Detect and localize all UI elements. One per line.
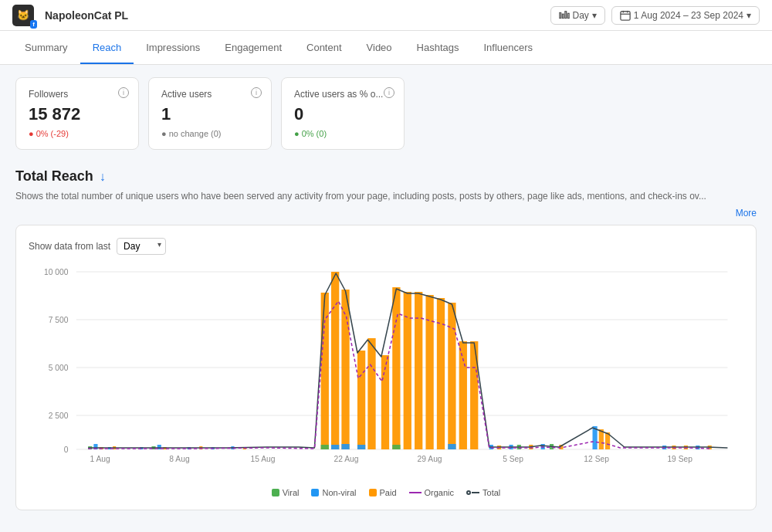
legend-non-viral: Non-viral [311, 488, 356, 497]
svg-rect-3 [567, 13, 569, 18]
header: 🐱 f NapoleonCat PL Day ▾ 1 Aug 2024 – 23… [0, 0, 772, 31]
granularity-button[interactable]: Day ▾ [550, 6, 605, 25]
svg-text:7 500: 7 500 [49, 316, 69, 324]
active-users-info-icon[interactable]: i [251, 87, 262, 98]
svg-rect-43 [331, 445, 339, 449]
followers-label: Followers [29, 89, 126, 100]
active-users-pct-change-icon: ● [294, 129, 300, 138]
nav-tabs: Summary Reach Impressions Engagement Con… [0, 31, 772, 65]
chart-legend: Viral Non-viral Paid Organic Total [29, 480, 743, 497]
tab-hashtags[interactable]: Hashtags [405, 31, 472, 64]
active-users-value: 1 [161, 104, 259, 124]
more-link[interactable]: More [15, 208, 757, 219]
legend-viral-label: Viral [283, 488, 300, 497]
svg-text:10 000: 10 000 [44, 268, 69, 276]
granularity-label: Day [573, 10, 589, 21]
legend-total: Total [466, 488, 500, 497]
legend-organic-label: Organic [425, 488, 455, 497]
svg-text:5 Sep: 5 Sep [503, 455, 523, 463]
followers-change-icon: ● [29, 129, 34, 138]
followers-value: 15 872 [29, 104, 126, 124]
tab-content[interactable]: Content [294, 31, 354, 64]
svg-rect-47 [357, 445, 365, 449]
svg-rect-59 [470, 341, 478, 449]
legend-total-label: Total [482, 488, 500, 497]
chart-area: 10 000 7 500 5 000 2 500 0 1 Aug 8 Aug 1… [29, 264, 743, 480]
svg-rect-48 [367, 338, 375, 449]
legend-total-line [472, 492, 479, 493]
svg-rect-55 [437, 298, 445, 449]
svg-rect-2 [564, 11, 566, 18]
active-users-change-text: no change (0) [169, 129, 222, 138]
legend-total-icon [466, 490, 479, 495]
metric-card-active-users-pct: i Active users as % o... 0 ● 0% (0) [281, 77, 405, 150]
svg-rect-0 [559, 12, 560, 18]
app-title: NapoleonCat PL [45, 9, 128, 22]
granularity-select[interactable]: Day Week Month [117, 238, 166, 255]
svg-rect-46 [357, 351, 365, 449]
active-users-pct-info-icon[interactable]: i [384, 87, 394, 98]
active-users-change-icon: ● [161, 129, 167, 138]
svg-rect-58 [459, 341, 467, 449]
granularity-chevron: ▾ [592, 10, 597, 21]
svg-text:8 Aug: 8 Aug [169, 455, 189, 463]
active-users-pct-value: 0 [294, 104, 391, 124]
tab-summary[interactable]: Summary [12, 31, 80, 64]
svg-rect-52 [404, 292, 411, 449]
svg-text:0: 0 [64, 446, 69, 454]
svg-text:2 500: 2 500 [49, 412, 69, 420]
svg-rect-41 [321, 445, 329, 449]
calendar-bars-icon [559, 10, 570, 21]
date-range-button[interactable]: 1 Aug 2024 – 23 Sep 2024 ▾ [611, 6, 760, 25]
svg-text:1 Aug: 1 Aug [90, 455, 110, 463]
header-right: Day ▾ 1 Aug 2024 – 23 Sep 2024 ▾ [550, 6, 760, 25]
followers-change-text: 0% (-29) [36, 129, 69, 138]
date-range-label: 1 Aug 2024 – 23 Sep 2024 [634, 10, 743, 21]
logo-area: 🐱 f NapoleonCat PL [12, 5, 128, 26]
legend-non-viral-dot [311, 489, 319, 496]
legend-viral: Viral [272, 488, 300, 497]
legend-paid-label: Paid [380, 488, 397, 497]
tab-reach[interactable]: Reach [80, 31, 134, 64]
chart-container: Show data from last Day Week Month 10 00… [15, 225, 757, 510]
legend-viral-dot [272, 489, 279, 496]
svg-rect-44 [341, 290, 349, 449]
active-users-pct-label: Active users as % o... [294, 89, 391, 100]
header-left: 🐱 f NapoleonCat PL [12, 5, 128, 26]
download-icon[interactable]: ↓ [100, 170, 106, 184]
tab-influencers[interactable]: Influencers [472, 31, 546, 64]
svg-rect-50 [392, 287, 400, 449]
tab-engagement[interactable]: Engagement [212, 31, 294, 64]
chart-controls: Show data from last Day Week Month [29, 238, 743, 255]
svg-rect-1 [562, 14, 564, 18]
granularity-select-wrapper[interactable]: Day Week Month [117, 238, 166, 255]
total-reach-title-row: Total Reach ↓ [15, 168, 757, 185]
active-users-change: ● no change (0) [161, 129, 259, 138]
tab-video[interactable]: Video [354, 31, 405, 64]
total-reach-title: Total Reach [15, 168, 93, 185]
active-users-pct-change: ● 0% (0) [294, 129, 391, 138]
followers-info-icon[interactable]: i [118, 87, 129, 98]
svg-text:29 Aug: 29 Aug [418, 455, 442, 463]
legend-paid: Paid [369, 488, 397, 497]
tab-impressions[interactable]: Impressions [134, 31, 212, 64]
calendar-icon [620, 10, 631, 21]
active-users-label: Active users [161, 89, 259, 100]
svg-rect-54 [425, 295, 433, 449]
svg-rect-45 [341, 444, 349, 449]
date-range-chevron: ▾ [747, 10, 751, 21]
svg-text:12 Sep: 12 Sep [584, 455, 609, 463]
reach-chart-svg: 10 000 7 500 5 000 2 500 0 1 Aug 8 Aug 1… [29, 264, 743, 465]
followers-change: ● 0% (-29) [29, 129, 126, 138]
legend-total-dot [466, 490, 471, 495]
chart-controls-label: Show data from last [29, 241, 110, 252]
active-users-pct-change-text: 0% (0) [302, 129, 327, 138]
svg-text:15 Aug: 15 Aug [251, 455, 276, 463]
metric-card-followers: i Followers 15 872 ● 0% (-29) [15, 77, 139, 150]
legend-non-viral-label: Non-viral [322, 488, 356, 497]
svg-rect-51 [392, 445, 400, 449]
metric-card-active-users: i Active users 1 ● no change (0) [148, 77, 272, 150]
legend-paid-dot [369, 489, 377, 496]
svg-text:22 Aug: 22 Aug [334, 455, 359, 463]
svg-text:19 Sep: 19 Sep [667, 455, 692, 463]
